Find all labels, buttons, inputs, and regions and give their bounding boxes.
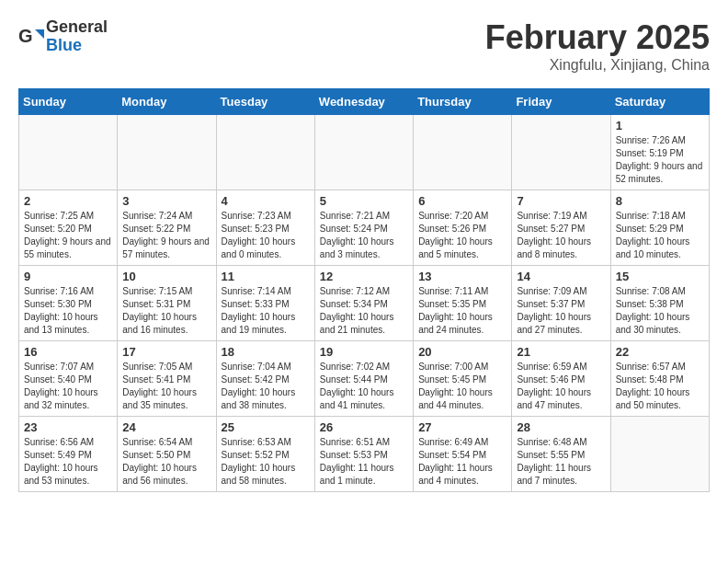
day-number: 9 [24,270,112,283]
day-number: 6 [418,194,506,208]
calendar-week-row: 16Sunrise: 7:07 AM Sunset: 5:40 PM Dayli… [19,341,710,417]
day-info: Sunrise: 6:57 AM Sunset: 5:48 PM Dayligh… [616,361,704,412]
day-info: Sunrise: 7:12 AM Sunset: 5:34 PM Dayligh… [320,285,408,337]
calendar-week-row: 23Sunrise: 6:56 AM Sunset: 5:49 PM Dayli… [19,417,710,492]
day-info: Sunrise: 7:09 AM Sunset: 5:37 PM Dayligh… [517,285,605,337]
day-info: Sunrise: 7:20 AM Sunset: 5:26 PM Dayligh… [418,210,506,261]
subtitle: Xingfulu, Xinjiang, China [485,57,710,74]
day-info: Sunrise: 7:08 AM Sunset: 5:38 PM Dayligh… [616,285,704,337]
day-number: 17 [122,345,210,359]
day-of-week-header: Wednesday [314,89,413,115]
day-of-week-header: Saturday [610,89,709,115]
calendar-day-cell: 6Sunrise: 7:20 AM Sunset: 5:26 PM Daylig… [414,190,512,266]
calendar-day-cell [512,115,610,190]
calendar-day-cell: 1Sunrise: 7:26 AM Sunset: 5:19 PM Daylig… [610,115,709,190]
day-info: Sunrise: 7:21 AM Sunset: 5:24 PM Dayligh… [320,210,408,261]
page-header: G General Blue February 2025 Xingfulu, X… [18,18,710,74]
day-of-week-header: Tuesday [216,89,314,115]
day-info: Sunrise: 7:00 AM Sunset: 5:45 PM Dayligh… [418,361,506,412]
calendar-day-cell: 7Sunrise: 7:19 AM Sunset: 5:27 PM Daylig… [512,190,610,266]
day-number: 11 [222,270,310,283]
day-number: 27 [418,420,506,434]
day-info: Sunrise: 7:04 AM Sunset: 5:42 PM Dayligh… [222,361,310,412]
calendar-day-cell: 11Sunrise: 7:14 AM Sunset: 5:33 PM Dayli… [216,266,314,341]
day-number: 18 [222,345,310,359]
day-number: 4 [222,194,310,208]
day-number: 1 [616,119,704,132]
day-info: Sunrise: 6:49 AM Sunset: 5:54 PM Dayligh… [418,436,506,488]
day-info: Sunrise: 7:18 AM Sunset: 5:29 PM Dayligh… [616,210,704,261]
day-of-week-header: Monday [118,89,216,115]
day-number: 21 [517,345,605,359]
svg-text:G: G [18,26,33,46]
day-of-week-header: Thursday [414,89,512,115]
day-info: Sunrise: 6:53 AM Sunset: 5:52 PM Dayligh… [222,436,310,488]
calendar-day-cell: 19Sunrise: 7:02 AM Sunset: 5:44 PM Dayli… [314,341,413,417]
day-number: 7 [517,194,605,208]
calendar-day-cell: 10Sunrise: 7:15 AM Sunset: 5:31 PM Dayli… [118,266,216,341]
calendar-header-row: SundayMondayTuesdayWednesdayThursdayFrid… [19,89,710,115]
day-number: 25 [222,420,310,434]
calendar-day-cell: 26Sunrise: 6:51 AM Sunset: 5:53 PM Dayli… [314,417,413,492]
day-info: Sunrise: 7:24 AM Sunset: 5:22 PM Dayligh… [122,210,210,261]
calendar-day-cell: 8Sunrise: 7:18 AM Sunset: 5:29 PM Daylig… [610,190,709,266]
day-info: Sunrise: 7:16 AM Sunset: 5:30 PM Dayligh… [24,285,112,337]
calendar-day-cell: 25Sunrise: 6:53 AM Sunset: 5:52 PM Dayli… [216,417,314,492]
calendar-day-cell [610,417,709,492]
calendar-day-cell: 3Sunrise: 7:24 AM Sunset: 5:22 PM Daylig… [118,190,216,266]
day-number: 28 [517,420,605,434]
day-info: Sunrise: 7:14 AM Sunset: 5:33 PM Dayligh… [222,285,310,337]
day-number: 12 [320,270,408,283]
calendar-day-cell: 18Sunrise: 7:04 AM Sunset: 5:42 PM Dayli… [216,341,314,417]
calendar-week-row: 2Sunrise: 7:25 AM Sunset: 5:20 PM Daylig… [19,190,710,266]
day-info: Sunrise: 7:23 AM Sunset: 5:23 PM Dayligh… [222,210,310,261]
day-number: 10 [122,270,210,283]
day-info: Sunrise: 6:56 AM Sunset: 5:49 PM Dayligh… [24,436,112,488]
calendar-day-cell: 23Sunrise: 6:56 AM Sunset: 5:49 PM Dayli… [19,417,118,492]
day-info: Sunrise: 7:07 AM Sunset: 5:40 PM Dayligh… [24,361,112,412]
calendar-table: SundayMondayTuesdayWednesdayThursdayFrid… [18,88,710,492]
calendar-week-row: 9Sunrise: 7:16 AM Sunset: 5:30 PM Daylig… [19,266,710,341]
calendar-day-cell: 16Sunrise: 7:07 AM Sunset: 5:40 PM Dayli… [19,341,118,417]
day-number: 23 [24,420,112,434]
calendar-day-cell: 2Sunrise: 7:25 AM Sunset: 5:20 PM Daylig… [19,190,118,266]
day-info: Sunrise: 7:05 AM Sunset: 5:41 PM Dayligh… [122,361,210,412]
calendar-day-cell: 12Sunrise: 7:12 AM Sunset: 5:34 PM Dayli… [314,266,413,341]
calendar-day-cell: 14Sunrise: 7:09 AM Sunset: 5:37 PM Dayli… [512,266,610,341]
calendar-day-cell: 5Sunrise: 7:21 AM Sunset: 5:24 PM Daylig… [314,190,413,266]
calendar-day-cell [216,115,314,190]
day-of-week-header: Friday [512,89,610,115]
day-number: 13 [418,270,506,283]
day-info: Sunrise: 7:25 AM Sunset: 5:20 PM Dayligh… [24,210,112,261]
day-number: 26 [320,420,408,434]
calendar-day-cell: 27Sunrise: 6:49 AM Sunset: 5:54 PM Dayli… [414,417,512,492]
logo-icon: G [18,24,44,50]
calendar-day-cell: 21Sunrise: 6:59 AM Sunset: 5:46 PM Dayli… [512,341,610,417]
calendar-day-cell: 4Sunrise: 7:23 AM Sunset: 5:23 PM Daylig… [216,190,314,266]
calendar-day-cell: 9Sunrise: 7:16 AM Sunset: 5:30 PM Daylig… [19,266,118,341]
day-number: 8 [616,194,704,208]
day-info: Sunrise: 7:19 AM Sunset: 5:27 PM Dayligh… [517,210,605,261]
day-number: 20 [418,345,506,359]
calendar-day-cell [414,115,512,190]
calendar-day-cell: 15Sunrise: 7:08 AM Sunset: 5:38 PM Dayli… [610,266,709,341]
calendar-week-row: 1Sunrise: 7:26 AM Sunset: 5:19 PM Daylig… [19,115,710,190]
day-number: 5 [320,194,408,208]
logo-blue: Blue [46,37,108,55]
day-number: 16 [24,345,112,359]
calendar-day-cell: 24Sunrise: 6:54 AM Sunset: 5:50 PM Dayli… [118,417,216,492]
calendar-day-cell: 13Sunrise: 7:11 AM Sunset: 5:35 PM Dayli… [414,266,512,341]
day-number: 3 [122,194,210,208]
logo: G General Blue [18,18,108,55]
day-info: Sunrise: 6:51 AM Sunset: 5:53 PM Dayligh… [320,436,408,488]
day-number: 24 [122,420,210,434]
day-info: Sunrise: 7:15 AM Sunset: 5:31 PM Dayligh… [122,285,210,337]
calendar-day-cell: 28Sunrise: 6:48 AM Sunset: 5:55 PM Dayli… [512,417,610,492]
day-number: 14 [517,270,605,283]
day-info: Sunrise: 7:11 AM Sunset: 5:35 PM Dayligh… [418,285,506,337]
day-info: Sunrise: 6:59 AM Sunset: 5:46 PM Dayligh… [517,361,605,412]
calendar-day-cell: 20Sunrise: 7:00 AM Sunset: 5:45 PM Dayli… [414,341,512,417]
day-info: Sunrise: 6:48 AM Sunset: 5:55 PM Dayligh… [517,436,605,488]
calendar-day-cell [19,115,118,190]
day-of-week-header: Sunday [19,89,118,115]
